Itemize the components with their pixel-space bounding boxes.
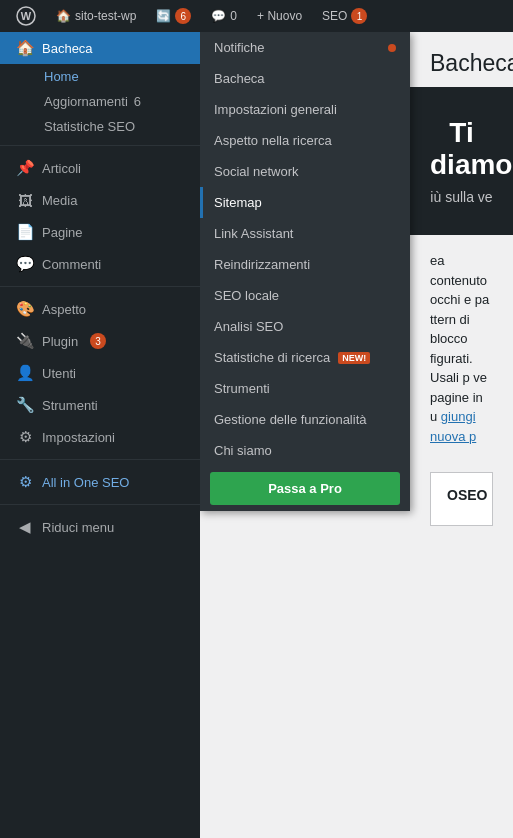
- notifiche-dot: [388, 44, 396, 52]
- seo-badge: 1: [351, 8, 367, 24]
- aspetto-label: Aspetto: [42, 302, 86, 317]
- pagine-label: Pagine: [42, 225, 82, 240]
- dropdown-item-notifiche[interactable]: Notifiche: [200, 32, 410, 63]
- dropdown-item-reindirizzamenti[interactable]: Reindirizzamenti: [200, 249, 410, 280]
- sidebar-item-all-in-one-seo[interactable]: ⚙ All in One SEO: [0, 466, 200, 498]
- commenti-icon: 💬: [16, 255, 34, 273]
- dropdown-item-strumenti[interactable]: Strumenti: [200, 373, 410, 404]
- dropdown-item-sitemap[interactable]: Sitemap: [200, 187, 410, 218]
- utenti-icon: 👤: [16, 364, 34, 382]
- plugin-badge: 3: [90, 333, 106, 349]
- sidebar-sub-aggiornamenti[interactable]: Aggiornamenti 6: [0, 89, 200, 114]
- media-label: Media: [42, 193, 77, 208]
- page-header: Bacheca: [410, 32, 513, 87]
- aioseo-icon: ⚙: [16, 473, 34, 491]
- aspetto-ricerca-label: Aspetto nella ricerca: [214, 133, 332, 148]
- riduci-icon: ◀: [16, 518, 34, 536]
- sidebar-item-commenti[interactable]: 💬 Commenti: [0, 248, 200, 280]
- utenti-label: Utenti: [42, 366, 76, 381]
- sidebar-item-riduci-menu[interactable]: ◀ Riduci menu: [0, 511, 200, 543]
- seo-button[interactable]: SEO 1: [314, 0, 375, 32]
- svg-text:W: W: [21, 10, 32, 22]
- main-content: Bacheca Ti diamo iù sulla ve ea contenut…: [410, 32, 513, 838]
- impostazioni-icon: ⚙: [16, 428, 34, 446]
- aggiornamenti-badge: 6: [134, 94, 141, 109]
- content-text-detail: ttern di blocco figurati. Usali p ve pag…: [430, 312, 487, 425]
- wp-logo-button[interactable]: W: [8, 0, 44, 32]
- new-button[interactable]: + Nuovo: [249, 0, 310, 32]
- sidebar-divider-3: [0, 459, 200, 460]
- content-text-2: ttern di blocco figurati. Usali p ve pag…: [430, 310, 493, 447]
- comments-button[interactable]: 💬 0: [203, 0, 245, 32]
- strumenti-label: Strumenti: [42, 398, 98, 413]
- new-badge: NEW!: [338, 352, 370, 364]
- hero-block: Ti diamo iù sulla ve: [410, 87, 513, 235]
- analisi-seo-label: Analisi SEO: [214, 319, 283, 334]
- chi-siamo-label: Chi siamo: [214, 443, 272, 458]
- plugin-label: Plugin: [42, 334, 78, 349]
- sidebar-item-label: Bacheca: [42, 41, 93, 56]
- dropdown-item-bacheca[interactable]: Bacheca: [200, 63, 410, 94]
- dropdown-item-impostazioni-generali[interactable]: Impostazioni generali: [200, 94, 410, 125]
- articoli-icon: 📌: [16, 159, 34, 177]
- updates-button[interactable]: 🔄 6: [148, 0, 199, 32]
- bacheca-icon: 🏠: [16, 39, 34, 57]
- media-icon: 🖼: [16, 191, 34, 209]
- dropdown-item-statistiche-ricerca[interactable]: Statistiche di ricerca NEW!: [200, 342, 410, 373]
- sidebar-divider-4: [0, 504, 200, 505]
- seo-label: SEO: [322, 9, 347, 23]
- seo-locale-label: SEO locale: [214, 288, 279, 303]
- statistiche-ricerca-label: Statistiche di ricerca: [214, 350, 330, 365]
- dropdown-item-link-assistant[interactable]: Link Assistant: [200, 218, 410, 249]
- bacheca-dropdown-label: Bacheca: [214, 71, 265, 86]
- page-title: Bacheca: [430, 50, 493, 77]
- strumenti-dropdown-label: Strumenti: [214, 381, 270, 396]
- dropdown-item-social-network[interactable]: Social network: [200, 156, 410, 187]
- plugin-icon: 🔌: [16, 332, 34, 350]
- dropdown-item-chi-siamo[interactable]: Chi siamo: [200, 435, 410, 466]
- dropdown-item-analisi-seo[interactable]: Analisi SEO: [200, 311, 410, 342]
- comment-icon: 💬: [211, 9, 226, 23]
- content-text-1: ea contenuto occhi e pa: [430, 251, 493, 310]
- home-label: Home: [44, 69, 79, 84]
- dropdown-item-seo-locale[interactable]: SEO locale: [200, 280, 410, 311]
- admin-bar: W 🏠 sito-test-wp 🔄 6 💬 0 + Nuovo SEO 1: [0, 0, 513, 32]
- aspetto-icon: 🎨: [16, 300, 34, 318]
- sidebar-item-articoli[interactable]: 📌 Articoli: [0, 152, 200, 184]
- articoli-label: Articoli: [42, 161, 81, 176]
- sidebar-divider-1: [0, 145, 200, 146]
- main-layout: 🏠 Bacheca Home Aggiornamenti 6 Statistic…: [0, 32, 513, 838]
- sidebar-item-pagine[interactable]: 📄 Pagine: [0, 216, 200, 248]
- passa-pro-label: Passa a Pro: [268, 481, 342, 496]
- impostazioni-generali-label: Impostazioni generali: [214, 102, 337, 117]
- link-assistant-label: Link Assistant: [214, 226, 294, 241]
- passa-pro-button[interactable]: Passa a Pro: [210, 472, 400, 505]
- sidebar-sub-statistiche-seo[interactable]: Statistiche SEO: [0, 114, 200, 139]
- updates-badge: 6: [175, 8, 191, 24]
- sidebar-item-media[interactable]: 🖼 Media: [0, 184, 200, 216]
- dropdown-item-aspetto-ricerca[interactable]: Aspetto nella ricerca: [200, 125, 410, 156]
- sidebar-item-strumenti[interactable]: 🔧 Strumenti: [0, 389, 200, 421]
- comments-label: 0: [230, 9, 237, 23]
- content-card: OSEO: [430, 472, 493, 526]
- sitemap-label: Sitemap: [214, 195, 262, 210]
- social-network-label: Social network: [214, 164, 299, 179]
- sidebar-divider-2: [0, 286, 200, 287]
- sidebar-item-bacheca[interactable]: 🏠 Bacheca: [0, 32, 200, 64]
- pagine-icon: 📄: [16, 223, 34, 241]
- sidebar-item-impostazioni[interactable]: ⚙ Impostazioni: [0, 421, 200, 453]
- sidebar-item-plugin[interactable]: 🔌 Plugin 3: [0, 325, 200, 357]
- site-name-button[interactable]: 🏠 sito-test-wp: [48, 0, 144, 32]
- sidebar-item-aspetto[interactable]: 🎨 Aspetto: [0, 293, 200, 325]
- dropdown-item-gestione-funzionalita[interactable]: Gestione delle funzionalità: [200, 404, 410, 435]
- new-label: + Nuovo: [257, 9, 302, 23]
- strumenti-icon: 🔧: [16, 396, 34, 414]
- hero-title: Ti diamo: [430, 117, 493, 181]
- content-link[interactable]: giungi nuova p: [430, 409, 476, 444]
- commenti-label: Commenti: [42, 257, 101, 272]
- sidebar: 🏠 Bacheca Home Aggiornamenti 6 Statistic…: [0, 32, 200, 838]
- impostazioni-label: Impostazioni: [42, 430, 115, 445]
- sidebar-sub-home[interactable]: Home: [0, 64, 200, 89]
- sidebar-item-utenti[interactable]: 👤 Utenti: [0, 357, 200, 389]
- content-block: ea contenuto occhi e pa ttern di blocco …: [410, 235, 513, 462]
